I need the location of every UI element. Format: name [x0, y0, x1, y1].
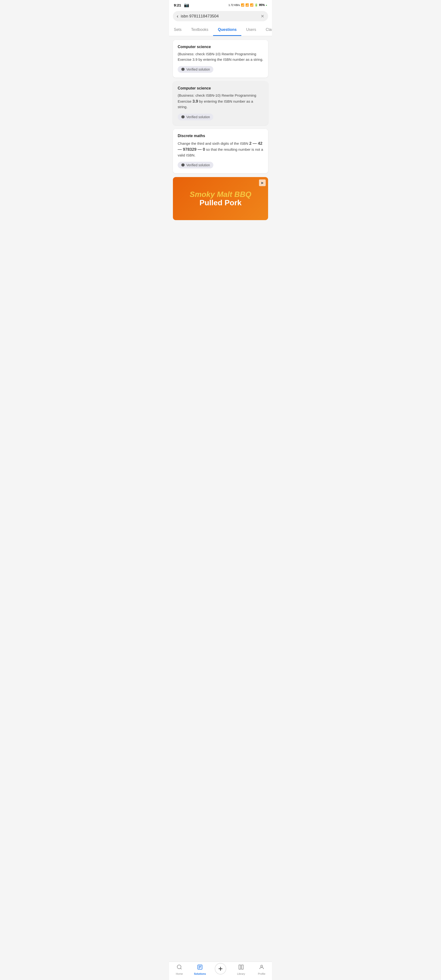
- ad-title-line2: Pulled Pork: [190, 199, 251, 207]
- tab-users[interactable]: Users: [241, 24, 261, 36]
- card-1-subject: Computer science: [178, 45, 263, 49]
- question-card-3[interactable]: Discrete maths Change the third and sixt…: [173, 129, 268, 173]
- verified-badge-3: Verified solution: [178, 162, 213, 169]
- svg-point-0: [177, 965, 181, 969]
- nav-library-label: Library: [237, 972, 245, 975]
- solutions-icon: [197, 964, 203, 971]
- tabs-container: Sets Textbooks Questions Users Class: [169, 24, 272, 36]
- verified-icon-1: [181, 67, 185, 71]
- verified-label-1: Verified solution: [186, 67, 210, 71]
- profile-icon: [259, 964, 265, 971]
- ad-play-button[interactable]: ▶: [259, 180, 266, 186]
- verified-label-2: Verified solution: [186, 115, 210, 119]
- library-icon: [238, 964, 244, 971]
- battery-icon: 🔋: [254, 3, 258, 7]
- card-2-text: (Business: check ISBN-10) Rewrite Progra…: [178, 93, 263, 110]
- ad-banner[interactable]: Smoky Malt BBQ Pulled Pork ▶: [173, 177, 268, 220]
- status-bar: 9:21 📷 1.72 KB/s 📶 📶 📶 🔋 95% ●: [169, 0, 272, 9]
- verified-icon-2: [181, 115, 185, 119]
- battery-level: 95%: [259, 3, 265, 7]
- wifi-icon: 📶: [250, 3, 254, 7]
- search-bar-container: ‹ ✕: [169, 9, 272, 24]
- tab-class[interactable]: Class: [261, 24, 272, 36]
- search-input[interactable]: [181, 14, 258, 19]
- nav-profile-label: Profile: [258, 972, 265, 975]
- nav-home-label: Home: [176, 972, 183, 975]
- card-3-text: Change the third and sixth digits of the…: [178, 140, 263, 158]
- home-icon: [176, 964, 182, 971]
- card-1-text: (Business: check ISBN-10) Rewrite Progra…: [178, 51, 263, 62]
- question-card-1[interactable]: Computer science (Business: check ISBN-1…: [173, 40, 268, 78]
- back-button[interactable]: ‹: [177, 13, 178, 19]
- signal-icon: 📶: [241, 3, 244, 7]
- nav-profile[interactable]: Profile: [251, 964, 272, 975]
- battery-dot: ●: [266, 4, 267, 6]
- question-card-2[interactable]: Computer science (Business: check ISBN-1…: [173, 81, 268, 125]
- bottom-nav: Home Solutions Library Profi: [169, 962, 272, 980]
- ad-content: Smoky Malt BBQ Pulled Pork: [185, 185, 256, 212]
- verified-label-3: Verified solution: [186, 163, 210, 167]
- svg-line-1: [181, 968, 181, 969]
- card-2-subject: Computer science: [178, 86, 263, 91]
- nav-home[interactable]: Home: [169, 964, 190, 975]
- ad-title-line1: Smoky Malt BBQ: [190, 190, 251, 199]
- nav-library[interactable]: Library: [231, 964, 251, 975]
- card-3-subject: Discrete maths: [178, 134, 263, 138]
- signal-icon-2: 📶: [245, 3, 249, 7]
- card-3-highlight: 2 — 42 — 978329 — 0: [178, 141, 262, 152]
- card-2-highlight: 3.9: [192, 99, 198, 103]
- tab-sets[interactable]: Sets: [169, 24, 186, 36]
- clear-search-button[interactable]: ✕: [261, 14, 264, 19]
- nav-solutions[interactable]: Solutions: [190, 964, 210, 975]
- verified-badge-1: Verified solution: [178, 66, 213, 73]
- verified-badge-2: Verified solution: [178, 114, 213, 120]
- verified-icon-3: [181, 163, 185, 167]
- speed-indicator: 1.72 KB/s: [228, 3, 240, 6]
- tab-textbooks[interactable]: Textbooks: [186, 24, 213, 36]
- tab-questions[interactable]: Questions: [213, 24, 241, 36]
- status-icons: 1.72 KB/s 📶 📶 📶 🔋 95% ●: [228, 3, 267, 7]
- nav-solutions-label: Solutions: [194, 972, 206, 975]
- main-content: Computer science (Business: check ISBN-1…: [169, 36, 272, 244]
- svg-point-8: [261, 965, 263, 967]
- status-time: 9:21: [174, 3, 181, 7]
- search-bar: ‹ ✕: [173, 11, 268, 21]
- nav-add[interactable]: [210, 965, 231, 975]
- status-time-section: 9:21 📷: [174, 2, 189, 8]
- add-button[interactable]: [215, 963, 226, 975]
- camera-icon: 📷: [184, 3, 189, 7]
